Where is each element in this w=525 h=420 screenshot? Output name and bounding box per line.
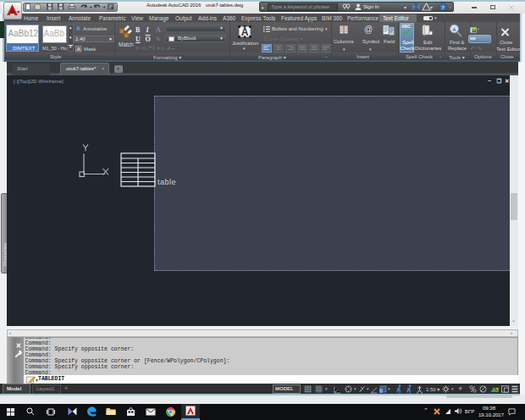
- svg-text:A: A: [76, 25, 81, 32]
- svg-text:?: ?: [441, 4, 445, 11]
- svg-text:A: A: [452, 27, 456, 32]
